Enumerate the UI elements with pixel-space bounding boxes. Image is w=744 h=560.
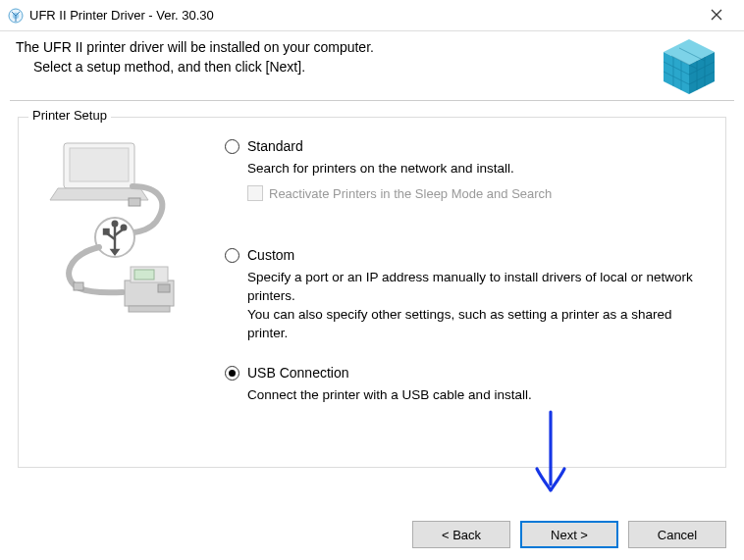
setup-illustration [34,137,201,449]
svg-rect-16 [70,148,129,181]
svg-rect-24 [74,282,83,290]
option-usb-desc: Connect the printer with a USB cable and… [247,385,710,404]
app-icon [8,8,24,24]
footer-buttons: < Back Next > Cancel [412,521,726,548]
svg-rect-29 [158,284,170,292]
radio-custom[interactable] [225,248,239,263]
svg-point-22 [122,226,127,230]
radio-usb[interactable] [225,366,239,381]
header-divider [10,100,734,101]
brand-cube-icon [658,37,720,98]
svg-rect-21 [104,229,109,234]
group-title: Printer Setup [28,108,111,123]
reactivate-checkbox [247,185,263,201]
next-button[interactable]: Next > [520,521,618,548]
header-line2: Select a setup method, and then click [N… [16,59,728,75]
svg-rect-28 [129,306,170,312]
option-usb-label: USB Connection [247,364,349,382]
option-custom[interactable]: Custom [225,246,710,264]
header-line1: The UFR II printer driver will be instal… [16,39,728,55]
window-title: UFR II Printer Driver - Ver. 30.30 [29,8,697,23]
svg-rect-27 [134,270,154,280]
option-custom-label: Custom [247,246,294,264]
reactivate-checkbox-row: Reactivate Printers in the Sleep Mode an… [247,185,710,201]
option-custom-desc: Specify a port or an IP address manually… [247,268,710,342]
option-standard-label: Standard [247,137,303,155]
close-icon[interactable] [697,8,736,24]
titlebar: UFR II Printer Driver - Ver. 30.30 [0,0,744,31]
svg-rect-17 [129,198,140,206]
option-standard[interactable]: Standard [225,137,710,155]
header: The UFR II printer driver will be instal… [0,31,744,100]
option-usb[interactable]: USB Connection [225,364,710,382]
option-standard-desc: Search for printers on the network and i… [247,159,710,178]
radio-standard[interactable] [225,139,239,154]
back-button[interactable]: < Back [412,521,510,548]
reactivate-checkbox-label: Reactivate Printers in the Sleep Mode an… [269,186,552,201]
printer-setup-group: Printer Setup [18,117,726,468]
cancel-button[interactable]: Cancel [628,521,726,548]
svg-point-20 [113,222,118,227]
